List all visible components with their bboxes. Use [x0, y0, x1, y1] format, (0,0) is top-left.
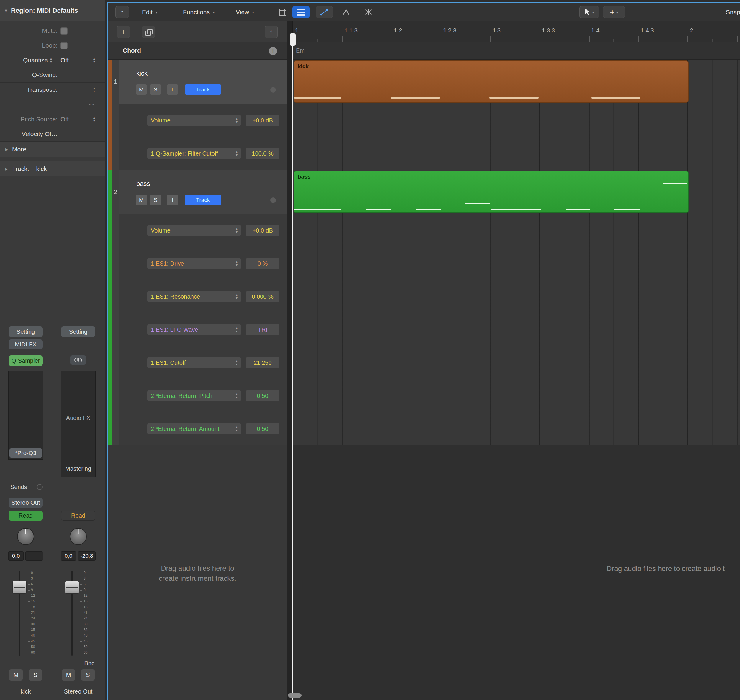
input-monitoring-button[interactable]: I — [167, 195, 178, 205]
setting-button[interactable]: Setting — [61, 326, 95, 337]
audio-fx-plugin-slot[interactable]: *Pro-Q3 — [9, 448, 42, 458]
automation-param-select[interactable]: 1 ES1: Cutoff▴▾ — [147, 357, 241, 368]
grid-view-button[interactable] — [276, 6, 289, 18]
track-header-kick[interactable]: 1 kick M S I Track — [108, 60, 287, 104]
setting-button[interactable]: Setting — [9, 326, 43, 337]
track-lanes[interactable]: kick bass — [293, 60, 740, 445]
mute-button[interactable]: M — [136, 84, 147, 95]
mute-button[interactable]: M — [136, 195, 147, 205]
automation-param-select[interactable]: 1 ES1: Drive▴▾ — [147, 258, 241, 269]
solo-button[interactable]: S — [150, 195, 161, 205]
automation-mode-button[interactable]: Read — [61, 510, 95, 521]
arrange-row-kick-cutoff[interactable] — [293, 137, 740, 170]
track-arrange-divider[interactable] — [287, 21, 293, 700]
automation-param-select[interactable]: Volume▴▾ — [147, 115, 241, 126]
audio-fx-area[interactable]: Audio FX Mastering — [61, 371, 95, 477]
volume-fader[interactable]: 03691215182124303540455060 — [59, 569, 97, 657]
automation-value[interactable]: +0,0 dB — [246, 115, 279, 126]
lanes-view-button[interactable] — [292, 6, 310, 18]
pan-knob[interactable] — [70, 528, 87, 545]
pan-value[interactable]: 0,0 — [61, 551, 76, 561]
volume-fader[interactable]: 03691215182124303540455060 — [6, 569, 45, 657]
chord-symbol[interactable]: Em — [296, 47, 305, 54]
pan-knob[interactable] — [17, 528, 34, 545]
midi-region-bass[interactable]: bass — [294, 171, 689, 213]
track-name[interactable]: kick — [136, 70, 148, 77]
automation-curve-button[interactable] — [316, 6, 333, 18]
add-track-button[interactable]: + — [117, 26, 130, 38]
automation-param-select[interactable]: 1 ES1: LFO Wave▴▾ — [147, 324, 241, 335]
level-value[interactable]: -20,8 — [78, 551, 95, 561]
mute-button[interactable]: M — [9, 669, 23, 681]
playhead-handle[interactable] — [290, 33, 296, 46]
mastering-label[interactable]: Mastering — [61, 465, 95, 472]
fader-cap[interactable] — [12, 581, 26, 594]
automation-value[interactable]: 21.259 — [246, 357, 279, 368]
arrange-row-bass-resonance[interactable] — [293, 280, 740, 313]
output-slot[interactable]: Stereo Out — [9, 497, 43, 507]
view-menu[interactable]: View ▾ — [236, 6, 254, 18]
arrange-row-bass-lfo[interactable] — [293, 313, 740, 346]
pointer-tool-button[interactable]: ▾ — [580, 6, 599, 18]
stepper-icon[interactable]: ▴▾ — [50, 57, 52, 63]
solo-button[interactable]: S — [29, 669, 42, 681]
fader-cap[interactable] — [65, 581, 79, 594]
snap-menu[interactable]: Snap: — [726, 6, 740, 18]
send-knob-icon[interactable] — [37, 484, 43, 490]
input-monitoring-button[interactable]: I — [167, 84, 178, 95]
playhead-line[interactable] — [292, 35, 293, 700]
solo-button[interactable]: S — [81, 669, 95, 681]
arrange-empty-area[interactable]: Drag audio files here to create audio t — [293, 445, 740, 700]
add-chord-icon[interactable]: + — [269, 47, 277, 55]
bar-ruler[interactable]: 11 1 31 21 2 31 31 3 31 41 4 32 — [293, 21, 740, 43]
arrange-row-bass-amount[interactable] — [293, 412, 740, 445]
automation-target-button[interactable]: Track — [185, 84, 221, 95]
automation-value[interactable]: 0.000 % — [246, 291, 279, 302]
arrange-row-bass-drive[interactable] — [293, 247, 740, 280]
hide-automation-button[interactable]: ↑ — [265, 26, 278, 38]
secondary-tool-button[interactable]: + ▾ — [603, 6, 625, 18]
automation-target-button[interactable]: Track — [185, 195, 221, 205]
mute-button[interactable]: M — [62, 669, 75, 681]
instrument-slot[interactable]: Q-Sampler — [9, 355, 43, 366]
duplicate-track-button[interactable] — [142, 26, 155, 38]
pan-value[interactable]: 0,0 — [8, 551, 23, 561]
stereo-format-icon[interactable] — [70, 355, 86, 365]
automation-param-select[interactable]: 1 ES1: Resonance▴▾ — [147, 291, 241, 302]
automation-value[interactable]: 0 % — [246, 258, 279, 269]
horizontal-scrollbar[interactable] — [288, 693, 301, 698]
record-enable-dot[interactable] — [270, 197, 276, 203]
automation-value[interactable]: 0.50 — [246, 423, 279, 434]
automation-value[interactable]: TRI — [246, 324, 279, 335]
midi-fx-slot[interactable]: MIDI FX — [9, 340, 43, 349]
level-value[interactable] — [25, 551, 43, 561]
record-enable-dot[interactable] — [270, 87, 276, 93]
functions-menu[interactable]: Functions ▾ — [183, 6, 215, 18]
automation-param-select[interactable]: 2 *Eternal Return: Pitch▴▾ — [147, 390, 241, 401]
crossfade-tool-button[interactable] — [361, 6, 376, 18]
automation-value[interactable]: 0.50 — [246, 390, 279, 401]
edit-menu[interactable]: Edit ▾ — [142, 6, 157, 18]
track-header-bass[interactable]: 2 bass M S I Track — [108, 170, 287, 214]
track-list-empty-area[interactable]: Drag audio files here to create instrume… — [108, 445, 287, 700]
arrange-row-bass-cutoff[interactable] — [293, 346, 740, 379]
automation-param-select[interactable]: 2 *Eternal Return: Amount▴▾ — [147, 423, 241, 434]
automation-value[interactable]: 100.0 % — [246, 148, 279, 159]
chord-track-row[interactable]: Chord + — [108, 43, 287, 60]
bounce-label[interactable]: Bnc — [59, 660, 94, 667]
eq-thumbnail[interactable] — [8, 371, 43, 460]
automation-value[interactable]: +0,0 dB — [246, 225, 279, 236]
arrange-row-bass-volume[interactable] — [293, 214, 740, 247]
automation-param-select[interactable]: 1 Q-Sampler: Filter Cutoff▴▾ — [147, 148, 241, 159]
sends-slot[interactable]: Sends — [9, 482, 43, 492]
catch-playhead-button[interactable]: ↑ — [115, 6, 129, 18]
track-name[interactable]: bass — [136, 180, 150, 188]
chord-track-band[interactable]: Em — [293, 43, 740, 60]
pencil-automation-button[interactable] — [338, 6, 354, 18]
arrange-row-bass-pitch[interactable] — [293, 379, 740, 412]
automation-mode-button[interactable]: Read — [9, 510, 43, 521]
midi-region-kick[interactable]: kick — [294, 60, 689, 103]
automation-param-select[interactable]: Volume▴▾ — [147, 225, 241, 236]
arrange-row-kick-volume[interactable] — [293, 104, 740, 137]
solo-button[interactable]: S — [150, 84, 161, 95]
